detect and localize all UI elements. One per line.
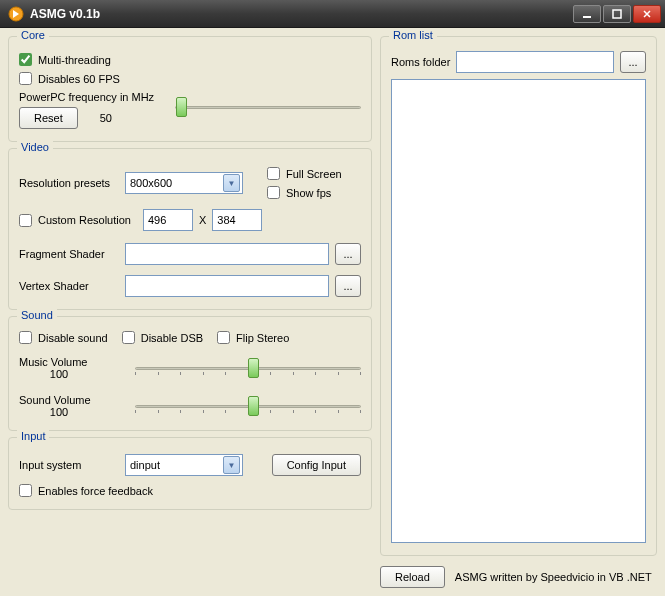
vertex-shader-input[interactable] [125, 275, 329, 297]
svg-rect-1 [583, 16, 591, 18]
full-screen-checkbox[interactable]: Full Screen [267, 167, 342, 180]
sound-group: Sound Disable sound Disable DSB Flip Ste… [8, 316, 372, 431]
svg-rect-2 [613, 10, 621, 18]
music-volume-label: Music Volume [19, 356, 99, 368]
fragment-shader-label: Fragment Shader [19, 248, 119, 260]
powerpc-freq-slider[interactable] [175, 95, 361, 119]
fragment-shader-input[interactable] [125, 243, 329, 265]
credits-text: ASMG written by Speedvicio in VB .NET [455, 571, 652, 583]
vertex-shader-label: Vertex Shader [19, 280, 119, 292]
input-group: Input Input system dinput ▼ Config Input… [8, 437, 372, 510]
input-system-combo[interactable]: dinput ▼ [125, 454, 243, 476]
config-input-button[interactable]: Config Input [272, 454, 361, 476]
custom-width-input[interactable] [143, 209, 193, 231]
multi-threading-checkbox[interactable]: Multi-threading [19, 53, 111, 66]
powerpc-freq-label: PowerPC frequency in MHz [19, 91, 154, 103]
window-title: ASMG v0.1b [30, 7, 573, 21]
music-volume-value: 100 [19, 368, 99, 380]
minimize-button[interactable] [573, 5, 601, 23]
core-group: Core Multi-threading Disables 60 FPS Pow… [8, 36, 372, 142]
sound-volume-value: 100 [19, 406, 99, 418]
fragment-shader-browse-button[interactable]: ... [335, 243, 361, 265]
chevron-down-icon: ▼ [223, 174, 240, 192]
resolution-presets-combo[interactable]: 800x600 ▼ [125, 172, 243, 194]
custom-height-input[interactable] [212, 209, 262, 231]
flip-stereo-checkbox[interactable]: Flip Stereo [217, 331, 289, 344]
roms-folder-input[interactable] [456, 51, 614, 73]
disables-60fps-checkbox[interactable]: Disables 60 FPS [19, 72, 120, 85]
powerpc-freq-value: 50 [100, 112, 112, 124]
music-volume-slider[interactable] [135, 356, 361, 380]
sound-volume-label: Sound Volume [19, 394, 99, 406]
romlist-legend: Rom list [389, 29, 437, 41]
roms-folder-browse-button[interactable]: ... [620, 51, 646, 73]
disable-dsb-checkbox[interactable]: Disable DSB [122, 331, 203, 344]
disable-sound-checkbox[interactable]: Disable sound [19, 331, 108, 344]
sound-volume-slider[interactable] [135, 394, 361, 418]
close-button[interactable] [633, 5, 661, 23]
video-legend: Video [17, 141, 53, 153]
custom-resolution-checkbox[interactable]: Custom Resolution [19, 214, 131, 227]
titlebar: ASMG v0.1b [0, 0, 665, 28]
romlist-group: Rom list Roms folder ... [380, 36, 657, 556]
reload-button[interactable]: Reload [380, 566, 445, 588]
core-legend: Core [17, 29, 49, 41]
roms-folder-label: Roms folder [391, 56, 450, 68]
resolution-presets-label: Resolution presets [19, 177, 119, 189]
chevron-down-icon: ▼ [223, 456, 240, 474]
input-legend: Input [17, 430, 49, 442]
video-group: Video Resolution presets 800x600 ▼ Full … [8, 148, 372, 310]
reset-button[interactable]: Reset [19, 107, 78, 129]
x-separator: X [199, 214, 206, 226]
input-system-label: Input system [19, 459, 119, 471]
roms-listbox[interactable] [391, 79, 646, 543]
maximize-button[interactable] [603, 5, 631, 23]
vertex-shader-browse-button[interactable]: ... [335, 275, 361, 297]
sound-legend: Sound [17, 309, 57, 321]
app-icon [8, 6, 24, 22]
force-feedback-checkbox[interactable]: Enables force feedback [19, 484, 153, 497]
show-fps-checkbox[interactable]: Show fps [267, 186, 342, 199]
